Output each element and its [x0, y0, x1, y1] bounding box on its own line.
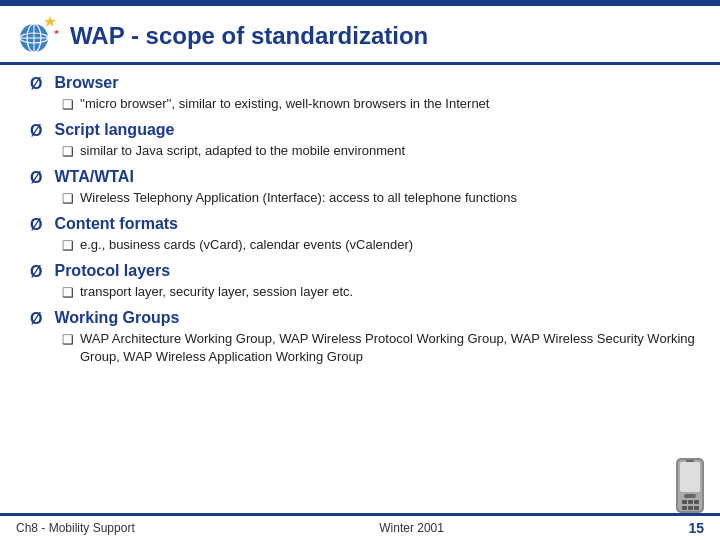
sub-item: ❑transport layer, security layer, sessio…	[62, 283, 700, 302]
sub-item: ❑WAP Architecture Working Group, WAP Wir…	[62, 330, 700, 366]
section-wta: ØWTA/WTAI❑Wireless Telephony Application…	[30, 167, 700, 208]
bullet-sub: ❑	[62, 237, 74, 255]
sub-item: ❑Wireless Telephony Application (Interfa…	[62, 189, 700, 208]
header: WAP - scope of standardization	[0, 6, 720, 65]
bullet-main: Ø	[30, 308, 42, 330]
slide: WAP - scope of standardization ØBrowser❑…	[0, 0, 720, 540]
sub-item-text: e.g., business cards (vCard), calendar e…	[80, 236, 413, 254]
svg-rect-10	[684, 494, 696, 498]
sub-item-text: Wireless Telephony Application (Interfac…	[80, 189, 517, 207]
section-title-wta: WTA/WTAI	[54, 167, 133, 188]
bullet-main: Ø	[30, 214, 42, 236]
bullet-main: Ø	[30, 261, 42, 283]
bullet-sub: ❑	[62, 331, 74, 349]
bullet-sub: ❑	[62, 143, 74, 161]
section-title-working: Working Groups	[54, 308, 179, 329]
section-browser: ØBrowser❑''micro browser'', similar to e…	[30, 73, 700, 114]
sub-item-text: ''micro browser'', similar to existing, …	[80, 95, 489, 113]
svg-rect-13	[694, 500, 699, 504]
slide-title: WAP - scope of standardization	[70, 22, 428, 50]
svg-rect-9	[680, 462, 700, 492]
sub-item-text: transport layer, security layer, session…	[80, 283, 353, 301]
footer-page: 15	[688, 520, 704, 536]
section-script: ØScript language❑similar to Java script,…	[30, 120, 700, 161]
bullet-sub: ❑	[62, 284, 74, 302]
footer-course: Ch8 - Mobility Support	[16, 521, 135, 535]
svg-rect-15	[688, 506, 693, 510]
section-title-content: Content formats	[54, 214, 178, 235]
content-area: ØBrowser❑''micro browser'', similar to e…	[0, 65, 720, 513]
sub-item: ❑''micro browser'', similar to existing,…	[62, 95, 700, 114]
bullet-main: Ø	[30, 73, 42, 95]
svg-marker-6	[54, 29, 60, 34]
bullet-sub: ❑	[62, 190, 74, 208]
svg-rect-12	[688, 500, 693, 504]
section-title-browser: Browser	[54, 73, 118, 94]
bullet-sub: ❑	[62, 96, 74, 114]
svg-rect-16	[694, 506, 699, 510]
section-content: ØContent formats❑e.g., business cards (v…	[30, 214, 700, 255]
logo-icon	[16, 14, 60, 58]
section-title-script: Script language	[54, 120, 174, 141]
bullet-main: Ø	[30, 167, 42, 189]
sub-item-text: similar to Java script, adapted to the m…	[80, 142, 405, 160]
phone-icon	[672, 458, 708, 518]
section-title-protocol: Protocol layers	[54, 261, 170, 282]
sub-item: ❑similar to Java script, adapted to the …	[62, 142, 700, 161]
footer-semester: Winter 2001	[379, 521, 444, 535]
svg-rect-11	[682, 500, 687, 504]
svg-marker-5	[44, 16, 56, 27]
sub-item: ❑e.g., business cards (vCard), calendar …	[62, 236, 700, 255]
sub-item-text: WAP Architecture Working Group, WAP Wire…	[80, 330, 700, 366]
footer: Ch8 - Mobility Support Winter 2001 15	[0, 513, 720, 540]
section-working: ØWorking Groups❑WAP Architecture Working…	[30, 308, 700, 366]
section-protocol: ØProtocol layers❑transport layer, securi…	[30, 261, 700, 302]
svg-rect-17	[686, 460, 694, 462]
svg-rect-14	[682, 506, 687, 510]
bullet-main: Ø	[30, 120, 42, 142]
